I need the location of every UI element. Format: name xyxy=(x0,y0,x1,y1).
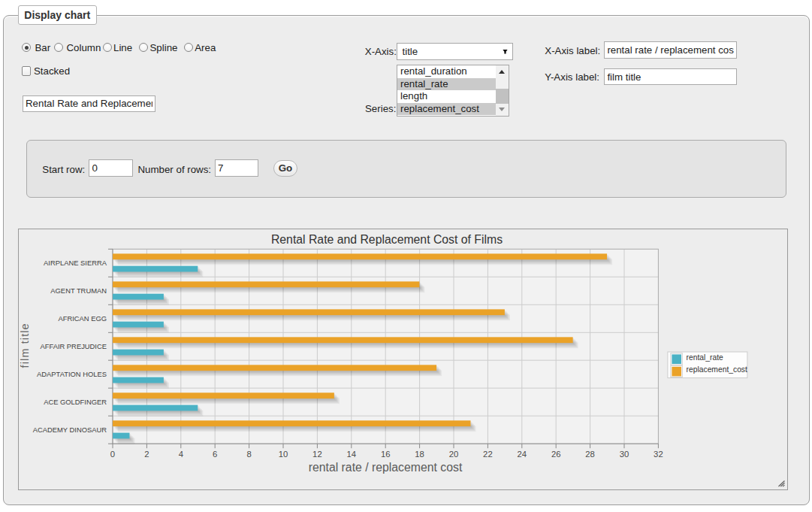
svg-text:ACADEMY DINOSAUR: ACADEMY DINOSAUR xyxy=(33,426,107,434)
svg-text:28: 28 xyxy=(585,450,595,459)
svg-text:32: 32 xyxy=(654,450,663,459)
svg-text:ADAPTATION HOLES: ADAPTATION HOLES xyxy=(37,370,107,378)
svg-text:replacement_cost: replacement_cost xyxy=(687,365,747,374)
svg-text:AFRICAN EGG: AFRICAN EGG xyxy=(58,314,107,323)
svg-text:16: 16 xyxy=(381,450,391,459)
svg-text:ACE GOLDFINGER: ACE GOLDFINGER xyxy=(44,398,107,406)
svg-text:30: 30 xyxy=(620,450,629,459)
svg-text:22: 22 xyxy=(483,450,493,459)
svg-text:18: 18 xyxy=(415,450,424,459)
svg-text:20: 20 xyxy=(449,450,459,459)
svg-text:10: 10 xyxy=(279,450,288,459)
svg-text:26: 26 xyxy=(551,450,561,459)
svg-text:rental rate / replacement cost: rental rate / replacement cost xyxy=(309,461,463,474)
svg-text:4: 4 xyxy=(179,450,183,459)
svg-text:12: 12 xyxy=(312,450,322,459)
svg-text:AFFAIR PREJUDICE: AFFAIR PREJUDICE xyxy=(40,342,107,350)
svg-text:8: 8 xyxy=(246,450,251,459)
svg-text:24: 24 xyxy=(518,450,527,459)
svg-text:14: 14 xyxy=(347,450,357,459)
svg-text:film title: film title xyxy=(19,323,31,368)
svg-text:rental_rate: rental_rate xyxy=(687,353,724,362)
svg-text:0: 0 xyxy=(110,450,115,459)
svg-text:Rental Rate and Replacement Co: Rental Rate and Replacement Cost of Film… xyxy=(271,233,503,246)
svg-text:AGENT TRUMAN: AGENT TRUMAN xyxy=(50,286,107,295)
svg-text:2: 2 xyxy=(144,450,149,459)
svg-text:AIRPLANE SIERRA: AIRPLANE SIERRA xyxy=(44,259,107,267)
svg-text:6: 6 xyxy=(213,450,217,459)
